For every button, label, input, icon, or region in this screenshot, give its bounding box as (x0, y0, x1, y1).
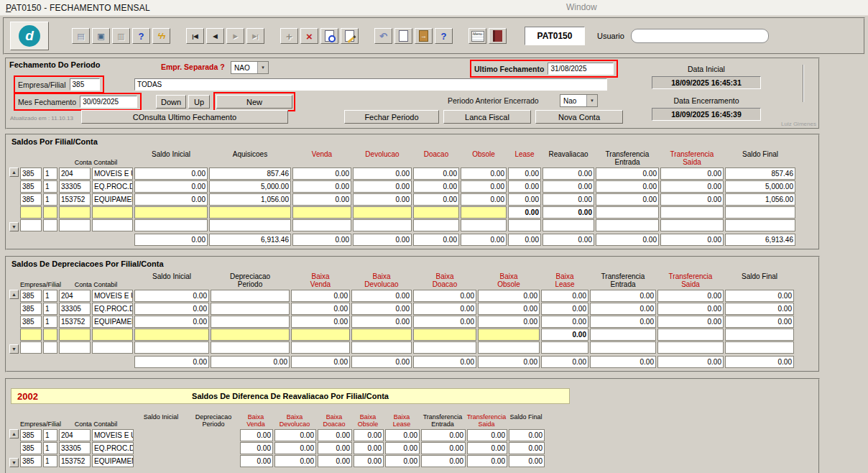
cell-filial[interactable]: 1 (43, 290, 57, 302)
cell-baixa-lease[interactable]: 0.00 (541, 290, 588, 302)
cell-conta[interactable]: 33305 (59, 303, 91, 315)
cell-obsole[interactable] (461, 219, 507, 231)
cell-baixa-devolucao[interactable] (351, 329, 412, 341)
cell-lease[interactable]: 0.00 (508, 193, 541, 206)
cell-filial[interactable]: 1 (43, 442, 57, 454)
cell-saldo-final[interactable]: 5,000.00 (725, 180, 795, 193)
cell-saldo-inicial[interactable] (135, 455, 188, 467)
cell-depreciacao-periodo[interactable] (211, 316, 290, 328)
cell-filial[interactable]: 1 (43, 180, 57, 193)
cell-saldo-inicial[interactable] (135, 442, 188, 454)
cell-doacao[interactable] (413, 219, 459, 231)
cell-filial[interactable] (43, 206, 57, 219)
cell-conta[interactable]: 33305 (59, 442, 91, 454)
record-scrollbar[interactable]: ▲ ▼ (9, 290, 19, 354)
cell-descricao[interactable]: EQ.PROC.DA (92, 442, 134, 454)
cell-baixa-doacao[interactable] (413, 341, 476, 354)
cell-venda[interactable] (292, 219, 351, 231)
cell-baixa-obsole[interactable]: 0.00 (478, 316, 540, 328)
cell-baixa-devolucao[interactable]: 0.00 (351, 290, 412, 302)
cell-obsole[interactable]: 0.00 (461, 193, 507, 206)
cell-depreciacao-periodo[interactable] (190, 455, 239, 467)
cell-baixa-venda[interactable]: 0.00 (240, 442, 273, 454)
cell-conta[interactable] (59, 219, 91, 231)
cell-obsole[interactable]: 0.00 (461, 180, 507, 193)
cell-empresa[interactable] (20, 341, 42, 354)
cell-conta[interactable]: 153752 (59, 455, 91, 467)
cell-filial[interactable] (43, 219, 57, 231)
cell-empresa[interactable]: 385 (20, 290, 42, 302)
cell-baixa-doacao[interactable]: 0.00 (413, 290, 476, 302)
cell-descricao[interactable] (92, 206, 133, 219)
cell-descricao[interactable] (92, 329, 133, 341)
cell-transferencia-entrada[interactable]: 0.00 (590, 290, 656, 302)
edit-form-button[interactable] (341, 28, 359, 44)
help-button[interactable]: ? (435, 28, 453, 44)
add-record-button[interactable]: + (280, 28, 298, 44)
cell-transferencia-saida[interactable]: 0.00 (467, 429, 507, 441)
cell-baixa-obsole[interactable] (478, 341, 540, 354)
cell-empresa[interactable]: 385 (20, 180, 42, 193)
cell-devolucao[interactable] (353, 219, 412, 231)
cell-baixa-doacao[interactable]: 0.00 (413, 303, 476, 315)
cell-saldo-final[interactable] (725, 341, 794, 354)
cell-transferencia-saida[interactable] (660, 206, 724, 219)
delete-record-button[interactable]: × (300, 28, 318, 44)
cell-baixa-obsole[interactable]: 0.00 (354, 442, 384, 454)
cell-saldo-final[interactable]: 0.00 (725, 290, 794, 302)
cell-filial[interactable] (43, 341, 57, 354)
cell-empresa[interactable]: 385 (20, 303, 42, 315)
cell-baixa-lease[interactable]: 0.00 (541, 316, 588, 328)
cell-transferencia-entrada[interactable]: 0.00 (596, 180, 659, 193)
cell-saldo-inicial[interactable]: 0.00 (134, 180, 208, 193)
cell-descricao[interactable]: MOVEIS E UT (92, 290, 133, 302)
cell-conta[interactable]: 204 (59, 167, 91, 180)
cell-saldo-final[interactable]: 1,056.00 (725, 193, 795, 206)
cell-baixa-devolucao[interactable]: 0.00 (274, 442, 316, 454)
cell-saldo-inicial[interactable]: 0.00 (134, 193, 208, 206)
cell-reavaliacao[interactable] (542, 219, 594, 231)
menu-button[interactable]: Menu (468, 28, 486, 44)
cell-depreciacao-periodo[interactable] (190, 442, 239, 454)
mes-fechamento-field[interactable]: 30/09/2025 (80, 96, 137, 108)
cell-baixa-doacao[interactable]: 0.00 (318, 429, 352, 441)
cell-descricao[interactable]: EQ.PROC.DA (92, 303, 133, 315)
cell-filial[interactable]: 1 (43, 455, 57, 467)
cell-conta[interactable]: 153752 (59, 193, 91, 206)
cell-filial[interactable]: 1 (43, 316, 57, 328)
cell-baixa-devolucao[interactable] (351, 341, 412, 354)
usuario-input[interactable] (631, 29, 769, 43)
cell-saldo-inicial[interactable]: 0.00 (134, 316, 209, 328)
consulta-ultimo-fechamento-button[interactable]: COnsulta Ultimo Fechamento (81, 110, 288, 124)
cell-devolucao[interactable]: 0.00 (353, 167, 412, 180)
cell-filial[interactable]: 1 (43, 429, 57, 441)
cell-filial[interactable] (43, 329, 57, 341)
cell-saldo-inicial[interactable]: 0.00 (134, 290, 209, 302)
cell-venda[interactable] (292, 206, 351, 219)
cell-reavaliacao[interactable]: 0.00 (542, 167, 594, 180)
cell-reavaliacao[interactable]: 0.00 (542, 206, 594, 219)
empresa-descricao-field[interactable]: TODAS (134, 78, 607, 91)
save-button[interactable]: ▤ (72, 28, 90, 44)
cell-empresa[interactable] (20, 219, 42, 231)
cell-transferencia-entrada[interactable]: 0.00 (421, 455, 466, 467)
cell-descricao[interactable]: MOVEIS E UT (92, 167, 133, 180)
cell-saldo-inicial[interactable] (135, 429, 188, 441)
cell-saldo-inicial[interactable]: 0.00 (134, 303, 209, 315)
cell-lease[interactable]: 0.00 (508, 206, 541, 219)
cell-transferencia-saida[interactable]: 0.00 (660, 193, 724, 206)
cell-aquisicoes[interactable]: 1,056.00 (209, 193, 291, 206)
menu-window[interactable]: Window (566, 2, 597, 12)
cell-doacao[interactable]: 0.00 (413, 167, 459, 180)
cell-conta[interactable]: 153752 (59, 316, 91, 328)
cell-depreciacao-periodo[interactable] (190, 429, 239, 441)
lanca-fiscal-button[interactable]: Lanca Fiscal (443, 110, 531, 124)
cell-saldo-final[interactable] (725, 329, 794, 341)
cell-doacao[interactable]: 0.00 (413, 193, 459, 206)
record-scrollbar[interactable]: ▲ ▼ (9, 429, 19, 467)
app-logo-button[interactable]: d (10, 22, 49, 50)
cell-baixa-doacao[interactable]: 0.00 (318, 455, 352, 467)
cell-conta[interactable]: 33305 (59, 180, 91, 193)
cell-lease[interactable]: 0.00 (508, 167, 541, 180)
cell-baixa-venda[interactable]: 0.00 (291, 303, 350, 315)
